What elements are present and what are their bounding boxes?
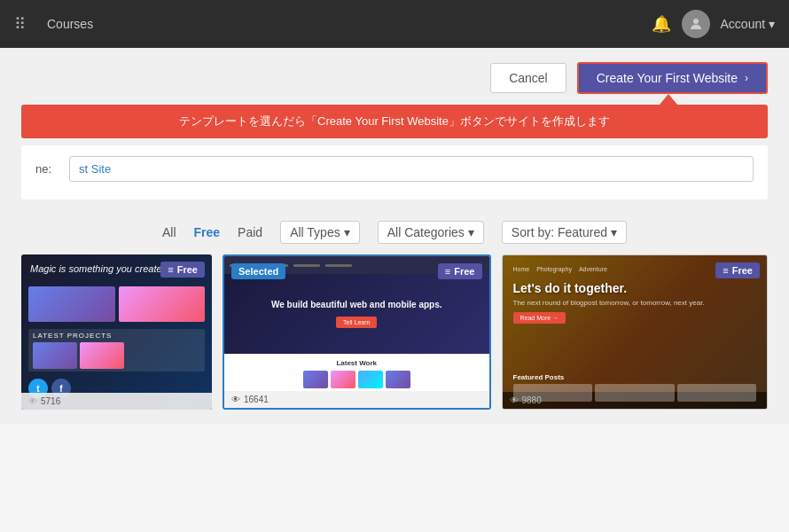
tpl3-read-more: Read More → xyxy=(513,312,566,324)
action-bar: Cancel Create Your First Website › xyxy=(21,62,768,94)
chevron-right-icon: › xyxy=(745,72,748,84)
tpl3-post-grid xyxy=(513,384,757,402)
badge-icon-1: ≡ xyxy=(168,264,173,275)
tpl2-latest: Latest Work xyxy=(224,354,489,394)
account-label[interactable]: Account ▾ xyxy=(721,17,775,31)
site-name-input[interactable] xyxy=(69,156,754,182)
tpl2-selected-badge: Selected xyxy=(231,263,285,279)
create-website-button[interactable]: Create Your First Website › xyxy=(577,62,768,94)
tpl3-post-3 xyxy=(677,384,757,402)
main-content: Cancel Create Your First Website › テンプレー… xyxy=(0,48,789,424)
template-card-3[interactable]: Home Photography Adventure Let's do it t… xyxy=(502,254,769,410)
filter-all-types[interactable]: All Types ▾ xyxy=(280,221,360,244)
tpl2-hero: We build beautiful web and mobile apps. … xyxy=(224,274,489,354)
all-types-label: All Types xyxy=(290,225,340,239)
badge-label-1: Free xyxy=(177,264,198,275)
tpl3-featured-title: Featured Posts xyxy=(513,373,757,381)
tpl2-stats-bar: 👁 16641 xyxy=(224,391,489,408)
tpl1-img-1 xyxy=(28,286,115,322)
badge-icon-2: ≡ xyxy=(445,266,450,277)
chevron-down-icon-3: ▾ xyxy=(611,225,617,239)
tooltip-text: テンプレートを選んだら「Create Your First Website」ボタ… xyxy=(179,114,610,128)
badge-label-2: Free xyxy=(454,266,474,277)
tooltip-arrow xyxy=(660,94,677,105)
filter-bar: All Free Paid All Types ▾ All Categories… xyxy=(21,210,768,254)
tpl1-latest-text: LATEST PROJECTS xyxy=(33,332,200,340)
navbar-courses[interactable]: Courses xyxy=(47,17,93,31)
tpl3-nav-nature: Adventure xyxy=(579,266,607,272)
tpl2-stats-count: 16641 xyxy=(244,395,269,404)
filter-paid[interactable]: Paid xyxy=(238,225,262,239)
tooltip-section: テンプレートを選んだら「Create Your First Website」ボタ… xyxy=(21,105,768,138)
stats-icon-2: 👁 xyxy=(231,395,240,404)
navbar-left: ⠿ Courses xyxy=(14,14,93,34)
tpl3-nav-photo: Photography xyxy=(536,266,572,272)
tpl2-nav-dot-4 xyxy=(325,264,352,267)
avatar[interactable] xyxy=(682,10,710,38)
tooltip-box: テンプレートを選んだら「Create Your First Website」ボタ… xyxy=(21,105,768,138)
tpl3-featured: Featured Posts xyxy=(503,373,768,402)
chevron-down-icon: ▾ xyxy=(344,225,350,239)
filter-all-categories[interactable]: All Categories ▾ xyxy=(378,221,484,244)
tpl3-nav-home: Home xyxy=(513,266,530,272)
form-label-name: ne: xyxy=(35,162,62,176)
chevron-down-icon-2: ▾ xyxy=(468,225,474,239)
tpl3-post-1 xyxy=(513,384,593,402)
nav-dots: ⠿ xyxy=(14,14,26,34)
cancel-button[interactable]: Cancel xyxy=(490,63,566,93)
tpl2-cta: Tell Learn xyxy=(336,317,377,328)
tpl2-hero-text: We build beautiful web and mobile apps. xyxy=(271,300,442,309)
tpl1-img-2 xyxy=(119,286,206,322)
tpl2-work-3 xyxy=(358,371,383,388)
tpl2-work-1 xyxy=(303,371,328,388)
form-row-name: ne: xyxy=(35,156,754,182)
template-cards-container: Magic is something you create. LATEST PR… xyxy=(21,254,768,410)
tpl2-free-badge: ≡ Free xyxy=(438,263,482,279)
create-button-label: Create Your First Website xyxy=(597,71,738,85)
tpl1-badge: ≡ Free xyxy=(160,262,205,278)
tpl3-badge: ≡ Free xyxy=(715,262,760,278)
tpl3-post-2 xyxy=(595,384,675,402)
tpl1-image-grid xyxy=(21,283,212,325)
tpl2-work-2 xyxy=(331,371,355,388)
filter-all[interactable]: All xyxy=(162,225,176,239)
filter-free[interactable]: Free xyxy=(194,225,221,239)
tpl1-stats-count: 5716 xyxy=(41,396,60,406)
filter-sort-by[interactable]: Sort by: Featured ▾ xyxy=(502,221,627,244)
tpl2-work-grid xyxy=(231,371,482,388)
form-section: ne: xyxy=(21,145,768,200)
tpl3-hero-text: Let's do it together. xyxy=(513,281,757,295)
stats-icon-1: 👁 xyxy=(28,396,37,406)
template-card-1[interactable]: Magic is something you create. LATEST PR… xyxy=(21,254,212,410)
svg-point-0 xyxy=(693,19,699,24)
tpl2-work-4 xyxy=(386,371,410,388)
navbar: ⠿ Courses 🔔 Account ▾ xyxy=(0,0,789,48)
bell-icon[interactable]: 🔔 xyxy=(652,14,671,34)
tpl3-hero-sub: The next round of blogpost tomorrow, or … xyxy=(513,299,757,307)
tpl2-latest-title: Latest Work xyxy=(231,359,482,367)
badge-label-3: Free xyxy=(732,265,753,276)
all-categories-label: All Categories xyxy=(387,225,465,239)
navbar-right: 🔔 Account ▾ xyxy=(652,10,775,38)
badge-icon-3: ≡ xyxy=(723,265,728,276)
tpl2-nav-dot-3 xyxy=(293,264,320,267)
tpl1-stats-bar: 👁 5716 xyxy=(21,393,212,410)
sort-label: Sort by: Featured xyxy=(512,225,607,239)
template-card-2[interactable]: We build beautiful web and mobile apps. … xyxy=(223,254,491,410)
selected-badge-label: Selected xyxy=(238,266,278,277)
tpl1-latest: LATEST PROJECTS xyxy=(28,329,205,372)
